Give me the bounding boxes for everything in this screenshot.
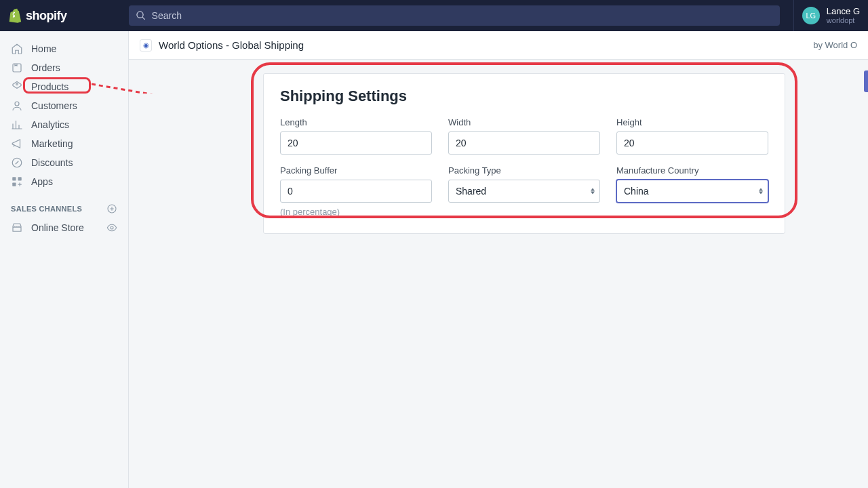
channel-label: Online Store	[31, 222, 84, 233]
sidebar-item-apps[interactable]: Apps	[0, 172, 128, 191]
sidebar-item-products[interactable]: Products	[0, 77, 128, 96]
user-menu[interactable]: LG Lance G worldopt	[802, 6, 860, 26]
marketing-icon	[11, 138, 23, 150]
sidebar-item-label: Apps	[31, 176, 53, 187]
app-by-text: by World O	[813, 40, 857, 50]
buffer-label: Packing Buffer	[280, 165, 432, 176]
svg-point-2	[15, 102, 19, 106]
analytics-icon	[11, 119, 23, 131]
width-input[interactable]	[448, 131, 600, 155]
length-label: Length	[280, 117, 432, 127]
orders-icon	[11, 62, 23, 74]
avatar: LG	[802, 7, 820, 24]
products-icon	[11, 81, 23, 93]
sidebar-item-marketing[interactable]: Marketing	[0, 134, 128, 153]
app-icon: ◉	[140, 39, 152, 52]
sidebar-item-customers[interactable]: Customers	[0, 96, 128, 115]
shipping-settings-card: Shipping Settings Length Width Height	[263, 73, 785, 234]
app-title: World Options - Global Shipping	[159, 39, 304, 51]
sidebar-item-label: Home	[31, 43, 56, 54]
user-sub: worldopt	[827, 16, 860, 25]
sidebar-item-discounts[interactable]: Discounts	[0, 153, 128, 172]
sidebar-item-analytics[interactable]: Analytics	[0, 115, 128, 134]
customers-icon	[11, 100, 23, 112]
svg-rect-6	[12, 183, 16, 186]
buffer-help: (In percentage)	[280, 207, 432, 217]
section-label: SALES CHANNELS	[11, 205, 82, 213]
height-label: Height	[616, 117, 768, 127]
sidebar-item-label: Discounts	[31, 157, 73, 168]
sidebar-item-label: Orders	[31, 62, 60, 73]
logo-text: shopify	[26, 9, 67, 23]
svg-rect-4	[12, 177, 16, 180]
home-icon	[11, 43, 23, 55]
sidebar-item-orders[interactable]: Orders	[0, 58, 128, 77]
country-select[interactable]: China	[616, 180, 768, 203]
search-bar[interactable]	[129, 5, 780, 26]
main-content: ◉ World Options - Global Shipping by Wor…	[129, 31, 868, 488]
width-label: Width	[448, 117, 600, 127]
length-input[interactable]	[280, 131, 432, 155]
country-label: Manufacture Country	[616, 165, 768, 176]
shopify-bag-icon	[8, 8, 22, 23]
buffer-input[interactable]	[280, 180, 432, 203]
packing-type-label: Packing Type	[448, 165, 600, 176]
eye-icon[interactable]	[106, 222, 117, 233]
card-title: Shipping Settings	[280, 87, 768, 105]
sidebar-section-sales-channels: SALES CHANNELS	[0, 191, 128, 218]
sidebar-item-label: Analytics	[31, 119, 69, 130]
sidebar-item-label: Products	[31, 81, 68, 92]
packing-type-select[interactable]: Shared	[448, 180, 600, 203]
user-name: Lance G	[827, 6, 860, 17]
app-header: ◉ World Options - Global Shipping by Wor…	[129, 31, 868, 60]
sidebar-item-online-store[interactable]: Online Store	[0, 218, 128, 237]
sidebar-item-label: Customers	[31, 100, 77, 111]
logo[interactable]: shopify	[8, 8, 129, 23]
svg-point-8	[111, 226, 113, 229]
discounts-icon	[11, 157, 23, 169]
store-icon	[11, 222, 23, 234]
svg-rect-5	[18, 177, 22, 180]
search-icon	[136, 10, 146, 21]
apps-icon	[11, 176, 23, 188]
svg-point-1	[16, 83, 18, 85]
sidebar: Home Orders Products Customers Analytics…	[0, 31, 129, 488]
divider	[793, 0, 794, 31]
sidebar-item-home[interactable]: Home	[0, 39, 128, 58]
sidebar-item-label: Marketing	[31, 138, 73, 149]
height-input[interactable]	[616, 131, 768, 155]
topbar: shopify LG Lance G worldopt	[0, 0, 868, 31]
search-input[interactable]	[152, 10, 773, 21]
plus-circle-icon[interactable]	[106, 203, 117, 214]
